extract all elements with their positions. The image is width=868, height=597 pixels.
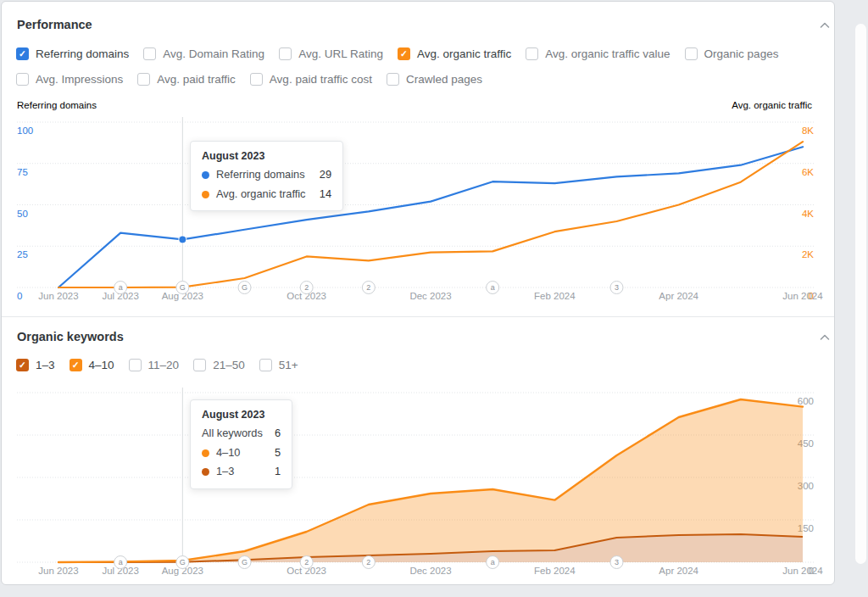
timeline-event-marker-glyph: 3 (615, 283, 619, 292)
checkbox-label: Avg. URL Rating (298, 47, 383, 60)
checkbox-label: Referring domains (36, 47, 129, 60)
highlighted-data-point[interactable] (179, 236, 186, 243)
tooltip-row-all-keywords: All keywords6 (202, 427, 281, 440)
position-filter-4-10[interactable]: ✓4–10 (70, 359, 114, 371)
collapse-performance-button[interactable] (816, 17, 833, 34)
x-axis-label: Dec 2023 (409, 566, 451, 576)
timeline-event-marker-glyph: 2 (304, 558, 309, 566)
right-axis-title: Avg. organic traffic (732, 100, 812, 110)
organic-keywords-chart-tooltip: August 2023All keywords64–1051–31 (190, 399, 292, 489)
timeline-event-marker-glyph: 2 (366, 283, 370, 292)
unchecked-checkbox[interactable] (250, 73, 263, 86)
metric-toggle-avg-organic-traffic-value[interactable]: Avg. organic traffic value (526, 47, 670, 60)
x-axis-label: Dec 2023 (409, 291, 451, 301)
checked-checkbox[interactable]: ✓ (398, 47, 410, 60)
checkbox-label: Avg. Domain Rating (163, 47, 264, 60)
chevron-up-icon (818, 19, 832, 32)
tooltip-row-value: 1 (275, 466, 281, 478)
checked-checkbox[interactable]: ✓ (16, 47, 29, 60)
x-axis-label: Jun 2023 (38, 291, 78, 301)
tooltip-title: August 2023 (202, 409, 281, 421)
right-axis-tick-label: 6K (802, 167, 814, 177)
legend-dot-icon (202, 191, 209, 198)
timeline-event-marker-glyph: a (119, 558, 123, 566)
checkbox-label: 4–10 (89, 359, 114, 371)
checkbox-label: 1–3 (36, 359, 55, 371)
tooltip-row-label: Referring domains (216, 169, 320, 181)
checkbox-label: Avg. organic traffic value (545, 47, 670, 60)
timeline-event-marker-glyph: 2 (304, 283, 309, 292)
x-axis-label: Apr 2024 (659, 291, 698, 301)
left-axis-tick-label: 50 (17, 209, 28, 219)
keyword-position-filters: ✓1–3✓4–1011–2021–5051+ (16, 359, 298, 371)
metric-toggle-crawled-pages[interactable]: Crawled pages (387, 73, 482, 86)
legend-dot-icon (202, 449, 209, 457)
left-axis-tick-label: 75 (17, 167, 28, 177)
position-filter-11-20[interactable]: 11–20 (129, 359, 180, 371)
unchecked-checkbox[interactable] (387, 73, 399, 86)
unchecked-checkbox[interactable] (137, 73, 150, 86)
unchecked-checkbox[interactable] (16, 73, 29, 86)
tooltip-row-label: All keywords (202, 427, 275, 440)
tooltip-row-value: 14 (320, 188, 331, 201)
tooltip-row-label: 4–10 (216, 447, 275, 460)
tooltip-row-value: 5 (275, 447, 281, 460)
performance-metric-toggles-row1: ✓Referring domainsAvg. Domain RatingAvg.… (16, 47, 778, 60)
tooltip-row-value: 29 (320, 169, 331, 181)
timeline-event-marker-glyph: G (180, 283, 186, 292)
timeline-event-marker-glyph: 3 (615, 558, 619, 566)
performance-chart-tooltip: August 2023Referring domains29Avg. organ… (190, 141, 343, 211)
tooltip-row-value: 6 (275, 427, 281, 440)
x-axis-label: Apr 2024 (659, 566, 698, 576)
position-filter-1-3[interactable]: ✓1–3 (16, 359, 55, 371)
panel-divider (2, 316, 834, 317)
checkbox-label: Avg. Impressions (36, 73, 123, 86)
timeline-event-marker-glyph: 2 (366, 558, 370, 566)
organic-keywords-chart[interactable]: 0150300450600Jun 2023Jul 2023Aug 2023Oct… (2, 383, 837, 589)
metric-toggle-avg-url-rating[interactable]: Avg. URL Rating (279, 47, 383, 60)
checkbox-label: Crawled pages (406, 73, 482, 86)
metric-toggle-avg-paid-traffic[interactable]: Avg. paid traffic (137, 73, 236, 86)
checked-checkbox[interactable]: ✓ (70, 359, 82, 371)
unchecked-checkbox[interactable] (129, 359, 142, 371)
left-axis-tick-label: 100 (17, 126, 33, 136)
unchecked-checkbox[interactable] (143, 47, 156, 60)
left-axis-tick-label: 25 (17, 249, 28, 259)
x-axis-label: Feb 2024 (534, 566, 576, 576)
checked-checkbox[interactable]: ✓ (16, 359, 29, 371)
position-filter-51[interactable]: 51+ (259, 359, 298, 371)
metric-toggle-avg-impressions[interactable]: Avg. Impressions (16, 73, 123, 86)
unchecked-checkbox[interactable] (685, 47, 698, 60)
metric-toggle-organic-pages[interactable]: Organic pages (685, 47, 779, 60)
checkbox-label: Avg. organic traffic (417, 47, 511, 60)
series-line-referring-domains (58, 147, 803, 287)
collapse-organic-keywords-button[interactable] (816, 329, 833, 346)
performance-metric-toggles-row2: Avg. ImpressionsAvg. paid trafficAvg. pa… (16, 73, 482, 86)
scrollbar-track[interactable] (855, 24, 866, 564)
unchecked-checkbox[interactable] (279, 47, 292, 60)
performance-chart[interactable]: 025507510002K4K6K8KJun 2023Jul 2023Aug 2… (2, 114, 837, 310)
right-axis-tick-label: 8K (802, 126, 814, 136)
position-filter-21-50[interactable]: 21–50 (193, 359, 245, 371)
right-axis-tick-label: 2K (802, 249, 814, 259)
unchecked-checkbox[interactable] (526, 47, 538, 60)
timeline-event-marker-glyph: G (180, 558, 186, 566)
right-axis-tick-label: 4K (802, 209, 814, 219)
tooltip-row-1-3: 1–31 (202, 466, 281, 478)
unchecked-checkbox[interactable] (193, 359, 206, 371)
metric-toggle-avg-paid-traffic-cost[interactable]: Avg. paid traffic cost (250, 73, 372, 86)
metric-toggle-avg-domain-rating[interactable]: Avg. Domain Rating (143, 47, 264, 60)
tooltip-row-referring-domains: Referring domains29 (202, 169, 331, 181)
unchecked-checkbox[interactable] (259, 359, 272, 371)
left-axis-title: Referring domains (17, 100, 97, 110)
legend-dot-icon (202, 468, 209, 476)
x-axis-label: Feb 2024 (534, 291, 576, 301)
x-axis-label: Jun 2023 (38, 566, 78, 576)
left-axis-tick-label: 0 (17, 291, 22, 301)
right-axis-tick-label: 600 (798, 396, 814, 406)
metric-toggle-avg-organic-traffic[interactable]: ✓Avg. organic traffic (398, 47, 511, 60)
checkbox-label: Avg. paid traffic (157, 73, 236, 86)
metric-toggle-referring-domains[interactable]: ✓Referring domains (16, 47, 129, 60)
checkbox-label: 51+ (279, 359, 298, 371)
tooltip-title: August 2023 (202, 150, 331, 162)
